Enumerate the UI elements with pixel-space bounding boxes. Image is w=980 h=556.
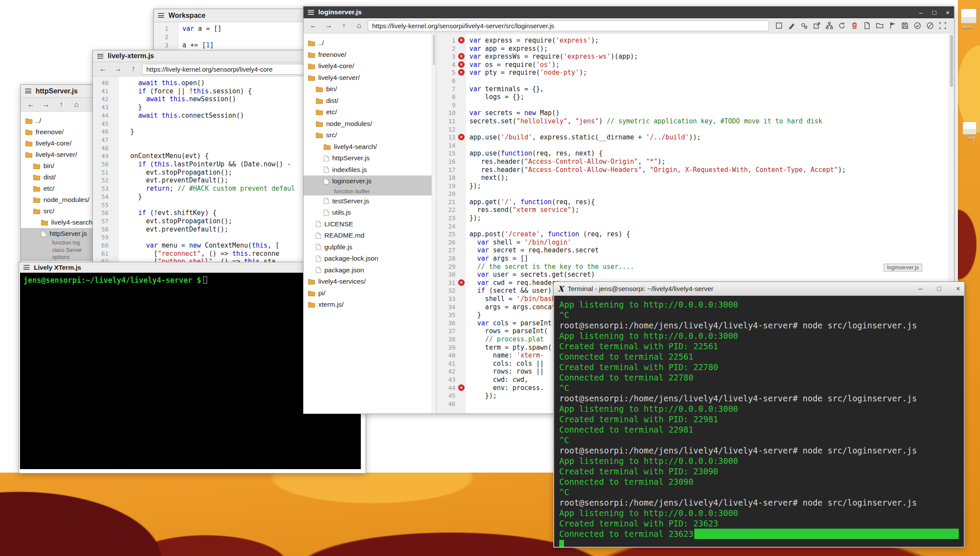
back-button[interactable]: ←	[307, 20, 320, 31]
back-button[interactable]: ←	[96, 63, 109, 75]
minimize-button[interactable]: –	[918, 285, 922, 292]
line-number: 7	[436, 85, 466, 93]
tree-item-label: ../	[318, 39, 324, 47]
up-button[interactable]: ↑	[337, 20, 350, 31]
expand-icon[interactable]	[939, 22, 947, 30]
error-badge-icon: ×	[458, 37, 465, 43]
home-button[interactable]: ⌂	[353, 20, 366, 31]
tree-item-bin[interactable]: bin/	[304, 83, 436, 95]
line-number: 36	[436, 319, 466, 328]
checkbox-icon[interactable]	[775, 22, 783, 30]
tree-item-utils-js[interactable]: utils.js	[304, 207, 436, 218]
folder-icon[interactable]	[876, 22, 884, 30]
save-icon[interactable]	[901, 22, 909, 30]
tree-item-dist[interactable]: dist/	[304, 95, 436, 107]
forward-button[interactable]: →	[40, 99, 53, 110]
loginserver-titlebar[interactable]: loginserver.js –□×	[304, 7, 954, 18]
code-text: var cols = parseInt(	[466, 319, 556, 328]
forward-button[interactable]: →	[322, 20, 335, 31]
terminal-text: root@sensorpi:/home/jens/lively4/lively4…	[559, 320, 917, 331]
close-button[interactable]: ×	[946, 9, 950, 16]
tree-item-lively4-server[interactable]: lively4-server/	[304, 72, 436, 84]
url-field[interactable]: https://lively-kernel.org/sensorpi/livel…	[368, 20, 769, 31]
code-text: logs = {};	[466, 93, 524, 101]
terminal-text: ^C	[559, 310, 569, 320]
scrollbar-thumb[interactable]	[950, 35, 953, 87]
tree-item-etc[interactable]: etc/	[304, 106, 436, 118]
home-button[interactable]: ⌂	[70, 99, 83, 110]
terminal-screen[interactable]: App listening to http://0.0.0.0:3000^Cro…	[554, 296, 964, 547]
tree-item-readme-md[interactable]: README.md	[304, 230, 436, 242]
close-button[interactable]: ×	[956, 285, 960, 292]
desktop-icon[interactable]: wase...	[959, 9, 978, 29]
sitemap-icon[interactable]	[825, 22, 833, 30]
gears-icon[interactable]	[800, 22, 808, 30]
maximize-button[interactable]: □	[937, 285, 941, 292]
tree-item-pi[interactable]: pi/	[304, 288, 436, 299]
scrollbar-thumb[interactable]	[433, 35, 435, 65]
terminal-line: App listening to http://0.0.0.0:3000	[559, 456, 959, 466]
tree-item-license[interactable]: LICENSE	[304, 218, 436, 230]
tree-item-lively4-search[interactable]: lively4-search/	[304, 141, 436, 153]
file-icon	[41, 231, 46, 237]
up-button[interactable]: ↑	[127, 63, 140, 75]
code-line: 6	[436, 77, 954, 85]
terminal-text: App listening to http://0.0.0.0:3000	[559, 508, 738, 518]
code-text: if (force || !this.session) {	[119, 87, 252, 96]
code-text: }	[119, 103, 142, 112]
trash-icon[interactable]	[851, 22, 858, 30]
terminal-titlebar[interactable]: X Terminal - jens@sensorpi: ~/lively4/li…	[554, 282, 964, 296]
tree-item-indexfiles-js[interactable]: indexfiles.js	[304, 164, 436, 176]
tree-item-label: dist/	[326, 97, 338, 105]
code-text	[466, 77, 469, 85]
tree-item-gulpfile-js[interactable]: gulpfile.js	[304, 242, 436, 253]
line-number: 23	[436, 214, 466, 222]
folder-icon	[33, 163, 40, 169]
forward-button[interactable]: →	[112, 63, 125, 75]
tree-item-freenove[interactable]: freenove/	[304, 49, 436, 61]
selected-tree-block: loginserver.jsfunction buffer	[304, 175, 436, 195]
tree-item-label: indexfiles.js	[332, 166, 367, 174]
tree-item-src[interactable]: src/	[304, 129, 436, 141]
menu-icon[interactable]	[308, 10, 314, 15]
line-number: 46	[436, 400, 466, 408]
up-button[interactable]: ↑	[55, 99, 68, 110]
terminal-text: Connected to terminal 23623	[559, 529, 693, 539]
code-line: 22 res.send("xterm service");	[436, 206, 954, 214]
desktop-icon[interactable]: ...ong	[960, 122, 979, 140]
menu-icon[interactable]	[23, 265, 30, 270]
tree-item-package-lock-json[interactable]: package-lock.json	[304, 253, 436, 265]
tree-item-node-modules[interactable]: node_modules/	[304, 118, 436, 130]
menu-icon[interactable]	[25, 89, 31, 93]
tree-item-testserver-js[interactable]: testServer.js	[304, 195, 436, 207]
tree-item-loginserver-js[interactable]: loginserver.js	[304, 175, 436, 187]
menu-icon[interactable]	[158, 13, 164, 18]
new-file-icon[interactable]	[863, 22, 871, 30]
tree-item-httpserver-js[interactable]: httpServer.js	[304, 152, 436, 164]
refresh-icon[interactable]	[838, 22, 846, 30]
tree-item-[interactable]: ../	[304, 37, 436, 49]
folder-icon	[33, 197, 40, 203]
tree-item-xterm-js[interactable]: xterm.js/	[304, 299, 436, 311]
code-text: });	[466, 214, 481, 222]
code-text: var terminals = {},	[466, 85, 544, 93]
tree-item-lively4-services[interactable]: lively4-services/	[304, 276, 436, 288]
nav-buttons: ←→↑⌂	[307, 20, 366, 31]
code-text: if (this.lastPointerUp && (Date.now() -	[119, 160, 291, 169]
file-icon	[323, 155, 329, 162]
folder-icon	[25, 118, 33, 124]
accept-icon[interactable]	[914, 22, 921, 30]
menu-icon[interactable]	[97, 54, 103, 59]
cancel-icon[interactable]	[926, 22, 934, 30]
tree-subitem[interactable]: function buffer	[304, 187, 436, 195]
tree-scrollbar[interactable]	[432, 34, 436, 414]
tree-item-package-json[interactable]: package.json	[304, 265, 436, 276]
minimize-button[interactable]: –	[919, 9, 923, 16]
brush-icon[interactable]	[788, 22, 795, 30]
flag-icon[interactable]	[888, 22, 896, 30]
tree-item-label: node_modules/	[43, 196, 89, 204]
maximize-button[interactable]: □	[932, 9, 936, 16]
back-button[interactable]: ←	[24, 99, 37, 110]
tree-item-lively4-core[interactable]: lively4-core/	[304, 60, 436, 72]
external-link-icon[interactable]	[813, 22, 821, 30]
